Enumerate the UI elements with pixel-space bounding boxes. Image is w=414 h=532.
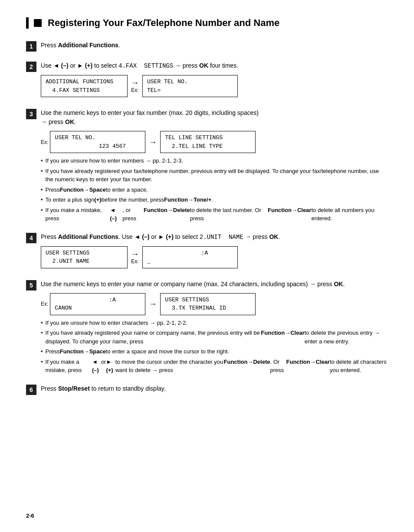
bullet-item: Press Function → Space to enter a space … [41,347,388,356]
step-5: 5 Use the numeric keys to enter your nam… [26,280,388,376]
bullet-item: If you make a mistake, press ◄ (–), or p… [41,206,388,223]
bullet-item: To enter a plus sign (+) before the numb… [41,196,388,204]
step-1: 1 Press Additional Functions. [26,41,388,53]
step-num-4: 4 [26,233,36,243]
step-1-content: Press Additional Functions. [41,41,388,53]
step-num-1: 1 [26,41,36,52]
step-6: 6 Press Stop/Reset to return to standby … [26,384,388,397]
bullet-item: If you make a mistake, press ◄ (–) or ► … [41,358,388,375]
step-3-arrow: → [149,138,157,146]
step-num-3: 3 [26,109,36,119]
step-num-2: 2 [26,62,36,72]
bullet-item: If you are unsure how to enter character… [41,319,388,327]
step-4-arrow: → Ex: [131,250,139,264]
step-num-6: 6 [26,385,36,395]
bullet-item: Press Function → Space to enter a space. [41,186,388,194]
step-2-arrow: → Ex: [131,79,139,93]
step-5-arrow: → [149,300,157,308]
step-5-screen-right: USER SETTINGS 3.TX TERMINAL ID [160,293,256,315]
step-num-5: 5 [26,280,36,290]
step-3-screen-left: USER TEL NO. 123 4567 [50,131,145,153]
step-2-content: Use ◄ (–) or ► (+) to select 4.FAX SETTI… [41,61,388,101]
step-6-content: Press Stop/Reset to return to standby di… [41,384,388,397]
step-5-screen-left: :A CANON [50,293,145,315]
page-title: Registering Your Fax/Telephone Number an… [26,17,388,29]
step-5-screens: Ex: :A CANON → USER SETTINGS 3.TX TERMIN… [41,293,388,315]
step-4-screen-right: :A _ [142,246,238,268]
section-icon [34,19,42,27]
page-footer: 2-6 [26,512,34,519]
step-5-content: Use the numeric keys to enter your name … [41,280,388,376]
step-3-screens: Ex: USER TEL NO. 123 4567 → TEL LINE SET… [41,131,388,153]
step-3: 3 Use the numeric keys to enter your fax… [26,108,388,225]
bullet-item: If you have already registered your name… [41,329,388,346]
bullet-item: If you are unsure how to enter numbers →… [41,157,388,165]
step-3-content: Use the numeric keys to enter your fax n… [41,108,388,225]
step-4-screen-left: USER SETTINGS 2.UNIT NAME [41,246,128,268]
step-2: 2 Use ◄ (–) or ► (+) to select 4.FAX SET… [26,61,388,101]
step-3-bullets: If you are unsure how to enter numbers →… [41,157,388,223]
step-4-screens: USER SETTINGS 2.UNIT NAME → Ex: :A _ [41,246,388,268]
step-2-screens: ADDITIONAL FUNCTIONS 4.FAX SETTINGS → Ex… [41,75,388,97]
step-5-bullets: If you are unsure how to enter character… [41,319,388,375]
step-3-screen-right: TEL LINE SETTINGS 2.TEL LINE TYPE [160,131,256,153]
bullet-item: If you have already registered your fax/… [41,167,388,184]
step-4: 4 Press Additional Functions. Use ◄ (–) … [26,232,388,272]
step-2-screen-right: USER TEL NO. TEL= [142,75,238,97]
step-4-content: Press Additional Functions. Use ◄ (–) or… [41,232,388,272]
step-2-screen-left: ADDITIONAL FUNCTIONS 4.FAX SETTINGS [41,75,128,97]
